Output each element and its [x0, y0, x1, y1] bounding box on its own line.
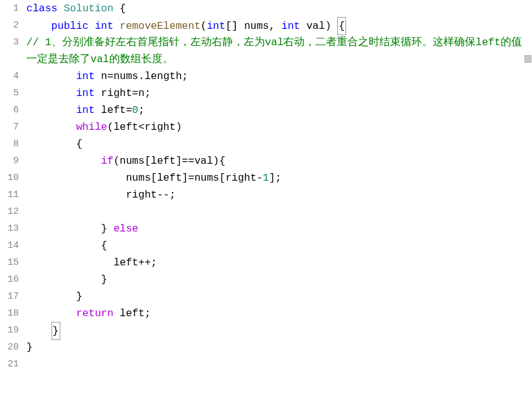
code-line[interactable]: int left=0; — [24, 102, 532, 119]
keyword-return: return — [76, 307, 113, 319]
code-editor: 1 2 3 4 5 6 7 8 9 10 11 12 13 14 15 16 1… — [0, 0, 532, 399]
bracket-open: [ — [144, 155, 151, 167]
ident-left: left — [120, 307, 145, 319]
line-number: 8 — [0, 136, 19, 152]
type-int: int — [281, 20, 300, 32]
method-name: removeElement — [120, 20, 201, 32]
scrollbar-thumb[interactable] — [524, 55, 531, 63]
code-content[interactable]: class Solution { public int removeElemen… — [24, 0, 532, 399]
line-number: 4 — [0, 68, 19, 85]
code-line[interactable] — [24, 356, 532, 373]
semicolon: ; — [182, 70, 188, 82]
code-line[interactable]: nums[left]=nums[right-1]; — [24, 169, 532, 186]
paren-close: ) — [213, 155, 219, 167]
semicolon: ; — [144, 307, 151, 319]
literal-zero: 0 — [132, 104, 138, 116]
brace-open: { — [101, 240, 107, 252]
type-int: int — [95, 20, 114, 32]
type-int: int — [76, 70, 95, 82]
line-number: 19 — [0, 322, 19, 339]
comma: , — [269, 20, 275, 32]
code-line[interactable]: int n=nums.length; — [24, 68, 532, 85]
param-nums: nums — [244, 20, 269, 32]
op-eq: = — [126, 104, 132, 116]
semicolon: ; — [138, 104, 144, 116]
code-line[interactable]: { — [24, 237, 532, 254]
comment-ident-val: val — [265, 36, 284, 48]
bracket-close: ] — [176, 155, 182, 167]
brace-open-cursor: { — [337, 17, 346, 35]
ident-right: right — [144, 121, 176, 133]
brace-close: } — [101, 223, 107, 235]
code-line[interactable]: public int removeElement(int[] nums, int… — [24, 17, 532, 34]
code-line[interactable]: // 1、分别准备好左右首尾指针，左动右静，左为val右动，二者重合之时结束循环… — [24, 34, 532, 68]
var-n: n — [101, 70, 107, 82]
op-dec: -- — [157, 189, 170, 201]
type-int: int — [76, 104, 95, 116]
line-number: 18 — [0, 305, 19, 322]
semicolon: ; — [275, 172, 281, 184]
line-number: 21 — [0, 356, 19, 373]
op-inc: ++ — [138, 257, 151, 269]
code-line[interactable]: if(nums[left]==val){ — [24, 152, 532, 169]
code-line[interactable]: } — [24, 339, 532, 356]
bracket-close: ] — [269, 172, 275, 184]
line-number: 12 — [0, 203, 19, 220]
prop-length: length — [144, 70, 182, 82]
line-number: 14 — [0, 237, 19, 254]
code-line[interactable]: class Solution { — [24, 0, 532, 17]
ident-left: left — [157, 172, 182, 184]
ident-right: right — [225, 172, 257, 184]
brace-close: } — [101, 274, 107, 285]
code-line[interactable]: int right=n; — [24, 85, 532, 102]
code-line[interactable] — [24, 203, 532, 220]
ident-n: n — [138, 87, 144, 99]
ident-nums: nums — [114, 70, 139, 82]
ident-nums: nums — [194, 172, 219, 184]
code-line[interactable]: } else — [24, 220, 532, 237]
brackets: [] — [225, 20, 238, 32]
paren-close: ) — [325, 20, 331, 32]
comment-marker: // — [26, 36, 45, 48]
line-number: 6 — [0, 102, 19, 119]
ident-nums: nums — [126, 172, 151, 184]
op-eq: = — [132, 87, 138, 99]
code-line[interactable]: while(left<right) — [24, 119, 532, 136]
code-line[interactable]: } — [24, 288, 532, 305]
ident-val: val — [194, 155, 213, 167]
line-number: 7 — [0, 119, 19, 136]
line-number: 9 — [0, 152, 19, 169]
code-line[interactable]: } — [24, 271, 532, 288]
op-eq: = — [188, 172, 194, 184]
ident-left: left — [114, 257, 139, 269]
code-line[interactable]: return left; — [24, 305, 532, 322]
dot: . — [138, 70, 144, 82]
ident-nums: nums — [120, 155, 145, 167]
semicolon: ; — [151, 257, 157, 269]
literal-one: 1 — [263, 172, 269, 184]
code-line[interactable]: left++; — [24, 254, 532, 271]
brace-open: { — [120, 3, 126, 14]
bracket-open: [ — [219, 172, 225, 184]
semicolon: ; — [144, 87, 151, 99]
paren-close: ) — [176, 121, 182, 133]
ident-right: right — [126, 189, 157, 201]
line-number: 5 — [0, 85, 19, 102]
comment-text: 的数组长度。 — [109, 53, 173, 65]
code-line[interactable]: { — [24, 136, 532, 152]
line-number: 11 — [0, 186, 19, 203]
type-int: int — [207, 20, 225, 32]
op-minus: - — [256, 172, 263, 184]
var-left: left — [101, 104, 126, 116]
paren-open: ( — [107, 121, 114, 133]
code-line[interactable]: } — [24, 322, 532, 339]
brace-open: { — [219, 155, 225, 167]
comment-text: 、分别准备好左右首尾指针，左动右静，左为 — [52, 36, 265, 48]
ident-left: left — [114, 121, 139, 133]
line-number: 3 — [0, 34, 19, 68]
code-line[interactable]: right--; — [24, 186, 532, 203]
comment-ident-val: val — [90, 53, 109, 65]
ident-left: left — [151, 155, 176, 167]
comment-number: 1 — [45, 36, 52, 48]
op-lt: < — [138, 121, 144, 133]
